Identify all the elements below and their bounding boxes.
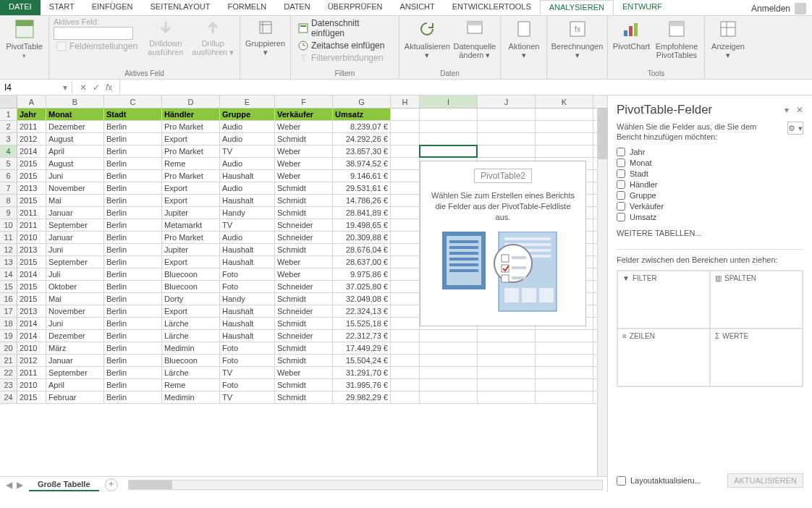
cell[interactable]	[478, 330, 536, 342]
cell[interactable]: 15.525,18 €	[333, 318, 391, 329]
cell[interactable]: 2013	[17, 305, 46, 317]
cell[interactable]: 2010	[17, 379, 46, 391]
cell[interactable]	[420, 145, 478, 157]
cell[interactable]: Medimin	[162, 391, 220, 403]
formula-input[interactable]	[120, 86, 812, 89]
cell[interactable]: Jupiter	[162, 207, 220, 219]
cell[interactable]: 14.786,26 €	[333, 195, 391, 206]
new-sheet-button[interactable]: +	[105, 478, 118, 491]
cell[interactable]	[391, 355, 420, 366]
enter-icon[interactable]: ✓	[93, 82, 100, 93]
cell[interactable]: Berlin	[104, 367, 162, 378]
cell[interactable]: 2010	[17, 342, 46, 354]
row-header[interactable]: 4	[0, 145, 17, 157]
tab-start[interactable]: START	[41, 0, 83, 15]
cell[interactable]: 2010	[17, 232, 46, 243]
cell[interactable]	[536, 355, 593, 366]
cell[interactable]: April	[46, 379, 104, 391]
cell[interactable]: Weber	[275, 158, 333, 169]
cell[interactable]	[478, 367, 536, 378]
cell[interactable]: 32.049,08 €	[333, 293, 391, 305]
col-header[interactable]: K	[536, 96, 593, 108]
cell[interactable]: Lärche	[162, 330, 220, 342]
cell[interactable]: Weber	[275, 145, 333, 157]
cell[interactable]: Schmidt	[275, 391, 333, 403]
cell[interactable]	[478, 379, 536, 391]
row-header[interactable]: 24	[0, 391, 17, 403]
cell[interactable]: Dorty	[162, 293, 220, 305]
row-header[interactable]: 2	[0, 121, 17, 132]
worksheet-grid[interactable]: ABCDEFGHIJK 1JahrMonatStadtHändlerGruppe…	[0, 96, 607, 476]
cell[interactable]	[420, 355, 478, 366]
cell[interactable]: Schneider	[275, 330, 333, 342]
cell[interactable]: Mai	[46, 293, 104, 305]
cell[interactable]: 22.312,73 €	[333, 330, 391, 342]
row-header[interactable]: 9	[0, 207, 17, 219]
cell[interactable]: Januar	[46, 355, 104, 366]
cell[interactable]: Berlin	[104, 391, 162, 403]
cell[interactable]	[391, 232, 420, 243]
area-rows[interactable]: ≡ZEILEN	[617, 329, 710, 386]
cell[interactable]	[536, 133, 593, 145]
horizontal-scrollbar[interactable]	[128, 480, 603, 490]
cell[interactable]: Berlin	[104, 355, 162, 366]
cell[interactable]	[420, 391, 478, 403]
cell[interactable]: Schmidt	[275, 355, 333, 366]
cell[interactable]: Audio	[220, 121, 275, 132]
cell[interactable]: Stadt	[104, 109, 162, 120]
fx-icon[interactable]: fx	[106, 82, 112, 93]
cell[interactable]: Handy	[220, 207, 275, 219]
cell[interactable]	[420, 109, 478, 120]
cell[interactable]	[391, 170, 420, 182]
cell[interactable]: Lärche	[162, 318, 220, 329]
cell[interactable]	[420, 121, 478, 132]
tab-seitenlayout[interactable]: SEITENLAYOUT	[141, 0, 219, 15]
cell[interactable]: Berlin	[104, 305, 162, 317]
row-header[interactable]: 19	[0, 330, 17, 342]
cell[interactable]: 28.637,00 €	[333, 256, 391, 268]
cancel-icon[interactable]: ✕	[80, 82, 87, 93]
row-header[interactable]: 14	[0, 268, 17, 280]
pivotchart-button[interactable]: PivotChart	[612, 17, 651, 52]
cell[interactable]: 2013	[17, 182, 46, 194]
cell[interactable]: Export	[162, 305, 220, 317]
cell[interactable]	[478, 391, 536, 403]
cell[interactable]	[391, 391, 420, 403]
refresh-button[interactable]: Aktualisieren ▾	[404, 17, 451, 61]
cell[interactable]	[391, 268, 420, 280]
cell[interactable]: Januar	[46, 232, 104, 243]
tab-analysieren[interactable]: ANALYSIEREN	[540, 0, 614, 15]
cell[interactable]: Schmidt	[275, 244, 333, 255]
cell[interactable]	[391, 121, 420, 132]
tab-einfügen[interactable]: EINFÜGEN	[83, 0, 142, 15]
cell[interactable]: Pro Market	[162, 145, 220, 157]
cell[interactable]: 2014	[17, 145, 46, 157]
tab-formeln[interactable]: FORMELN	[219, 0, 275, 15]
cell[interactable]: Audio	[220, 182, 275, 194]
cell[interactable]: 2011	[17, 121, 46, 132]
cell[interactable]	[420, 367, 478, 378]
cell[interactable]: Weber	[275, 268, 333, 280]
cell[interactable]	[420, 330, 478, 342]
col-header[interactable]: E	[220, 96, 275, 108]
recommended-pivottables-button[interactable]: Empfohlene PivotTables	[654, 17, 700, 61]
col-header[interactable]: B	[46, 96, 104, 108]
cell[interactable]	[536, 391, 593, 403]
cell[interactable]	[391, 244, 420, 255]
cell[interactable]	[391, 219, 420, 231]
cell[interactable]	[536, 121, 593, 132]
select-all-corner[interactable]	[0, 96, 17, 108]
row-header[interactable]: 22	[0, 367, 17, 378]
row-header[interactable]: 1	[0, 109, 17, 120]
field-checkbox[interactable]	[617, 158, 625, 167]
cell[interactable]: 2015	[17, 281, 46, 292]
cell[interactable]	[391, 305, 420, 317]
cell[interactable]	[391, 109, 420, 120]
cell[interactable]: Juni	[46, 244, 104, 255]
cell[interactable]: 2014	[17, 268, 46, 280]
cell[interactable]: April	[46, 145, 104, 157]
cell[interactable]: Export	[162, 256, 220, 268]
cell[interactable]: 37.025,80 €	[333, 281, 391, 292]
cell[interactable]: Berlin	[104, 195, 162, 206]
cell[interactable]: Schmidt	[275, 293, 333, 305]
